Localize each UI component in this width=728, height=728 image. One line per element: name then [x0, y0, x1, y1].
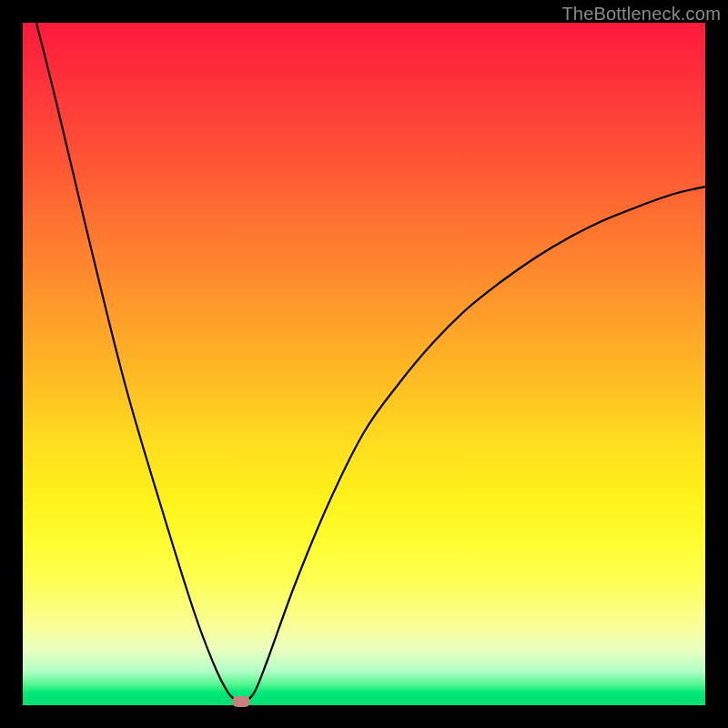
watermark-text: TheBottleneck.com: [561, 4, 721, 25]
chart-frame: TheBottleneck.com: [0, 0, 728, 728]
plot-area: [23, 23, 705, 705]
optimal-marker: [232, 696, 250, 707]
bottleneck-curve: [23, 23, 705, 705]
